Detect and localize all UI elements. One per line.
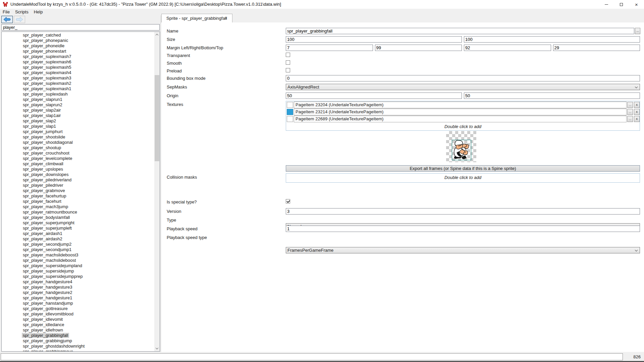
- tree-item-spr_player_suplexmash2[interactable]: spr_player_suplexmash2: [2, 81, 154, 86]
- margin-left-input[interactable]: [286, 45, 373, 51]
- tree-item-spr_player_superjumpleft[interactable]: spr_player_superjumpleft: [2, 226, 154, 231]
- tree-item-spr_player_phoneidle[interactable]: spr_player_phoneidle: [2, 43, 154, 49]
- tree-item-spr_player_supersidejumpprep[interactable]: spr_player_supersidejumpprep: [2, 274, 154, 279]
- transparent-checkbox[interactable]: [286, 53, 290, 57]
- tree-item-spr_player_suplexmash3[interactable]: spr_player_suplexmash3: [2, 75, 154, 81]
- tree-item-spr_player_shootdiagonal[interactable]: spr_player_shootdiagonal: [2, 140, 154, 145]
- tree-item-spr_player_mach3jump[interactable]: spr_player_mach3jump: [2, 204, 154, 209]
- texture-browse-button[interactable]: ...: [627, 116, 633, 122]
- tree-item-spr_player_supersidejumpland[interactable]: spr_player_supersidejumpland: [2, 263, 154, 268]
- tree-item-spr_player_catched[interactable]: spr_player_catched: [2, 33, 154, 38]
- tree-item-spr_player_ghostdashdownright[interactable]: spr_player_ghostdashdownright: [2, 344, 154, 349]
- tree-item-spr_player_suplexmash4[interactable]: spr_player_suplexmash4: [2, 70, 154, 75]
- texture-remove-button[interactable]: X: [634, 109, 640, 115]
- tree-scrollbar[interactable]: [154, 32, 160, 351]
- export-all-frames-button[interactable]: Export all frames (or Spine data if this…: [286, 165, 640, 172]
- tree-item-spr_player_suplexmash6[interactable]: spr_player_suplexmash6: [2, 59, 154, 65]
- tree-item-spr_player_grabbingfall[interactable]: spr_player_grabbingfall: [2, 333, 154, 338]
- collision-masks-add-hint[interactable]: Double click to add: [286, 175, 640, 180]
- texture-remove-button[interactable]: X: [634, 116, 640, 122]
- tree-item-spr_player_handgesture2[interactable]: spr_player_handgesture2: [2, 290, 154, 295]
- margin-bottom-input[interactable]: [464, 45, 551, 51]
- texture-remove-button[interactable]: X: [634, 102, 640, 108]
- close-button[interactable]: ×: [629, 0, 644, 9]
- size-width-input[interactable]: [286, 36, 462, 43]
- tree-item-spr_player_shootslide[interactable]: spr_player_shootslide: [2, 134, 154, 140]
- texture-browse-button[interactable]: ...: [627, 109, 633, 115]
- bounding-box-mode-input[interactable]: [286, 75, 640, 81]
- scroll-up-icon[interactable]: [154, 32, 160, 38]
- tree-item-spr_player_slap1[interactable]: spr_player_slap1: [2, 124, 154, 129]
- name-browse-button[interactable]: ...: [635, 28, 640, 34]
- tree-item-spr_player_shootup[interactable]: spr_player_shootup: [2, 145, 154, 150]
- textures-add-hint[interactable]: Double click to add: [286, 124, 640, 129]
- menu-scripts[interactable]: Scripts: [12, 9, 31, 15]
- tree-item-spr_player_airdash2[interactable]: spr_player_airdash2: [2, 236, 154, 242]
- navigate-forward-button[interactable]: [14, 16, 25, 23]
- texture-row-label[interactable]: PageItem 22689 (UndertaleTexturePageItem…: [294, 116, 627, 122]
- scroll-down-icon[interactable]: [154, 346, 160, 351]
- texture-row-label[interactable]: PageItem 23214 (UndertaleTexturePageItem…: [294, 109, 627, 115]
- tree-item-spr_player_hanstandjump[interactable]: spr_player_hanstandjump: [2, 301, 154, 306]
- tree-item-spr_player_machslideboost3[interactable]: spr_player_machslideboost3: [2, 252, 154, 258]
- tree-item-spr_player_suplexmash7[interactable]: spr_player_suplexmash7: [2, 54, 154, 59]
- tab-sprite[interactable]: Sprite - spr_player_grabbingfall ×: [161, 14, 232, 22]
- size-height-input[interactable]: [464, 36, 640, 43]
- tree-item-spr_player_gottreasure[interactable]: spr_player_gottreasure: [2, 306, 154, 311]
- is-special-type-checkbox[interactable]: [286, 199, 290, 203]
- margin-right-input[interactable]: [375, 45, 462, 51]
- tree-item-spr_player_piledriverland[interactable]: spr_player_piledriverland: [2, 177, 154, 183]
- tree-item-spr_player_jumphurt[interactable]: spr_player_jumphurt: [2, 129, 154, 134]
- tree-item-spr_player_facehurtup[interactable]: spr_player_facehurtup: [2, 193, 154, 199]
- tree-item-spr_player_handgesture4[interactable]: spr_player_handgesture4: [2, 279, 154, 285]
- tree-item-spr_player_suplexmash5[interactable]: spr_player_suplexmash5: [2, 65, 154, 70]
- texture-row-selector[interactable]: [287, 102, 293, 108]
- sepmasks-dropdown[interactable]: AxisAlignedRect: [286, 84, 640, 90]
- tree-item-spr_player_slaprun1[interactable]: spr_player_slaprun1: [2, 97, 154, 102]
- tree-item-spr_player_downslopes[interactable]: spr_player_downslopes: [2, 172, 154, 177]
- tree-item-spr_player_slap2air[interactable]: spr_player_slap2air: [2, 108, 154, 113]
- preload-checkbox[interactable]: [286, 68, 290, 72]
- tree-item-spr_player_supersidejump[interactable]: spr_player_supersidejump: [2, 268, 154, 274]
- smooth-checkbox[interactable]: [286, 60, 290, 65]
- version-input[interactable]: [286, 208, 640, 215]
- tree-item-spr_player_grabbingjump[interactable]: spr_player_grabbingjump: [2, 338, 154, 344]
- tree-item-spr_player_suplexdash[interactable]: spr_player_suplexdash: [2, 92, 154, 97]
- maximize-button[interactable]: [614, 0, 629, 9]
- tree-item-spr_player_idlevomit[interactable]: spr_player_idlevomit: [2, 317, 154, 322]
- tree-item-spr_player_phonestart[interactable]: spr_player_phonestart: [2, 49, 154, 54]
- origin-y-input[interactable]: [464, 93, 640, 99]
- texture-row-selector[interactable]: [287, 116, 293, 122]
- navigate-back-button[interactable]: [1, 16, 13, 23]
- texture-row-selector[interactable]: [287, 109, 293, 115]
- playback-speed-type-dropdown[interactable]: FramesPerGameFrame: [286, 247, 640, 253]
- name-input[interactable]: [286, 28, 634, 34]
- tree-item-spr_player_secondjump1[interactable]: spr_player_secondjump1: [2, 247, 154, 252]
- tree-item-spr_player_grabmove[interactable]: spr_player_grabmove: [2, 188, 154, 193]
- tree-item-spr_player_climbwall[interactable]: spr_player_climbwall: [2, 161, 154, 167]
- tree-item-spr_player_bodyslamfall[interactable]: spr_player_bodyslamfall: [2, 215, 154, 220]
- tree-item-spr_player_grabbingmove[interactable]: spr_player_grabbingmove: [2, 349, 154, 352]
- tree-item-spr_player_idledance[interactable]: spr_player_idledance: [2, 322, 154, 327]
- tree-item-spr_player_facehurt[interactable]: spr_player_facehurt: [2, 199, 154, 204]
- tree-item-spr_player_crouchshoot[interactable]: spr_player_crouchshoot: [2, 150, 154, 156]
- tree-item-spr_player_upslopes[interactable]: spr_player_upslopes: [2, 167, 154, 172]
- tree-item-spr_player_slap1air[interactable]: spr_player_slap1air: [2, 113, 154, 118]
- search-input[interactable]: [1, 24, 160, 31]
- tree-item-spr_player_idlefrown[interactable]: spr_player_idlefrown: [2, 327, 154, 333]
- tree-item-spr_player_airdash1[interactable]: spr_player_airdash1: [2, 231, 154, 236]
- margin-top-input[interactable]: [553, 45, 640, 51]
- menu-help[interactable]: Help: [31, 9, 46, 15]
- tree-item-spr_player_slap2[interactable]: spr_player_slap2: [2, 118, 154, 124]
- tab-close-icon[interactable]: ×: [225, 14, 227, 22]
- tree-item-spr_player_secondjump2[interactable]: spr_player_secondjump2: [2, 242, 154, 247]
- tree-item-spr_player_ratmountbounce[interactable]: spr_player_ratmountbounce: [2, 209, 154, 215]
- texture-browse-button[interactable]: ...: [627, 102, 633, 108]
- tree-item-spr_player_suplexmash1[interactable]: spr_player_suplexmash1: [2, 86, 154, 92]
- tree-item-spr_player_phonepanic[interactable]: spr_player_phonepanic: [2, 38, 154, 43]
- tree-item-spr_player_handgesture1[interactable]: spr_player_handgesture1: [2, 295, 154, 301]
- tree-item-spr_player_slaprun2[interactable]: spr_player_slaprun2: [2, 102, 154, 108]
- tree-item-spr_player_piledriver[interactable]: spr_player_piledriver: [2, 183, 154, 188]
- texture-row-label[interactable]: PageItem 23204 (UndertaleTexturePageItem…: [294, 102, 627, 108]
- tree-item-spr_player_machslideboost[interactable]: spr_player_machslideboost: [2, 258, 154, 263]
